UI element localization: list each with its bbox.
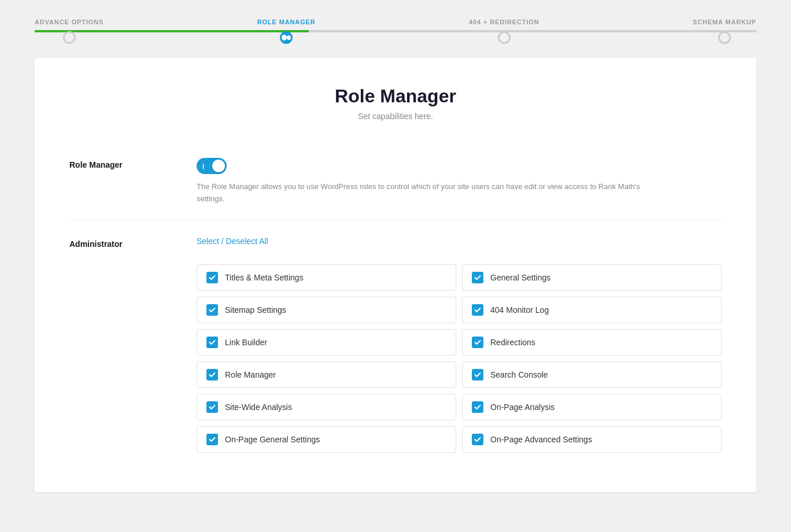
checkbox-item-404-monitor-log[interactable]: 404 Monitor Log <box>462 297 722 323</box>
checkbox-box-redirections <box>472 337 483 348</box>
checkbox-box-404-monitor-log <box>472 304 483 316</box>
checkbox-item-redirections[interactable]: Redirections <box>462 329 722 356</box>
checkbox-item-on-page-advanced[interactable]: On-Page Advanced Settings <box>462 426 722 453</box>
checkbox-label-on-page-advanced: On-Page Advanced Settings <box>490 435 592 444</box>
administrator-label: Administrator <box>69 236 197 249</box>
administrator-row: Administrator Select / Deselect All Titl… <box>69 220 722 469</box>
checkbox-label-redirections: Redirections <box>490 338 535 347</box>
step-label-schema-markup: SCHEMA MARKUP <box>693 19 756 25</box>
checkbox-box-role-manager <box>206 369 218 380</box>
checkbox-item-general-settings[interactable]: General Settings <box>462 264 722 291</box>
step-circle-404-redirection <box>498 31 511 44</box>
checkbox-item-on-page-general[interactable]: On-Page General Settings <box>197 426 456 453</box>
checkbox-label-on-page-general: On-Page General Settings <box>225 435 320 444</box>
checkbox-label-search-console: Search Console <box>490 370 548 379</box>
checkbox-item-titles-meta[interactable]: Titles & Meta Settings <box>197 264 456 291</box>
toggle-thumb <box>212 160 225 172</box>
role-manager-description: The Role Manager allows you to use WordP… <box>197 181 659 205</box>
role-manager-setting-row: Role Manager The Role Manager allows you… <box>69 144 722 220</box>
checkbox-box-site-wide-analysis <box>206 401 218 413</box>
checkbox-label-role-manager: Role Manager <box>225 370 276 379</box>
checkbox-box-on-page-analysis <box>472 401 483 413</box>
checkbox-label-general-settings: General Settings <box>490 273 550 282</box>
checkbox-item-sitemap-settings[interactable]: Sitemap Settings <box>197 297 456 323</box>
checkbox-label-on-page-analysis: On-Page Analysis <box>490 402 555 412</box>
checkbox-grid: Titles & Meta Settings General Settings … <box>197 264 722 453</box>
step-schema-markup[interactable]: SCHEMA MARKUP <box>693 19 756 44</box>
progress-steps: ADVANCE OPTIONS ROLE MANAGER 404 + REDIR… <box>35 19 756 44</box>
page-title: Role Manager <box>69 86 722 107</box>
checkbox-label-404-monitor-log: 404 Monitor Log <box>490 305 549 315</box>
checkbox-box-general-settings <box>472 272 483 283</box>
checkbox-label-site-wide-analysis: Site-Wide Analysis <box>225 402 292 412</box>
step-role-manager[interactable]: ROLE MANAGER <box>257 19 316 44</box>
step-circle-advance-options <box>63 31 76 44</box>
progress-area: ADVANCE OPTIONS ROLE MANAGER 404 + REDIR… <box>0 0 791 58</box>
select-deselect-all-link[interactable]: Select / Deselect All <box>197 237 268 246</box>
checkbox-box-sitemap-settings <box>206 304 218 316</box>
checkbox-box-on-page-general <box>206 434 218 445</box>
step-circle-role-manager <box>280 31 293 44</box>
checkbox-label-titles-meta: Titles & Meta Settings <box>225 273 304 282</box>
checkbox-item-link-builder[interactable]: Link Builder <box>197 329 456 356</box>
checkbox-box-titles-meta <box>206 272 218 283</box>
checkbox-item-role-manager[interactable]: Role Manager <box>197 361 456 388</box>
administrator-content: Select / Deselect All Titles & Meta Sett… <box>197 236 722 453</box>
checkbox-item-search-console[interactable]: Search Console <box>462 361 722 388</box>
step-label-404-redirection: 404 + REDIRECTION <box>469 19 539 25</box>
checkbox-item-on-page-analysis[interactable]: On-Page Analysis <box>462 394 722 420</box>
step-circle-schema-markup <box>718 31 731 44</box>
page-subtitle: Set capabilities here. <box>69 112 722 121</box>
step-advance-options[interactable]: ADVANCE OPTIONS <box>35 19 104 44</box>
checkbox-item-site-wide-analysis[interactable]: Site-Wide Analysis <box>197 394 456 420</box>
role-manager-content: The Role Manager allows you to use WordP… <box>197 158 722 205</box>
role-manager-toggle[interactable] <box>197 158 227 174</box>
checkbox-label-link-builder: Link Builder <box>225 338 267 347</box>
checkbox-label-sitemap-settings: Sitemap Settings <box>225 305 286 315</box>
toggle-track <box>197 158 227 174</box>
checkbox-box-search-console <box>472 369 483 380</box>
checkbox-box-on-page-advanced <box>472 434 483 445</box>
role-manager-label: Role Manager <box>69 158 197 169</box>
step-404-redirection[interactable]: 404 + REDIRECTION <box>469 19 539 44</box>
step-label-advance-options: ADVANCE OPTIONS <box>35 19 104 25</box>
progress-track <box>35 30 756 32</box>
main-card: Role Manager Set capabilities here. Role… <box>35 58 756 492</box>
checkbox-box-link-builder <box>206 337 218 348</box>
step-label-role-manager: ROLE MANAGER <box>257 19 316 25</box>
